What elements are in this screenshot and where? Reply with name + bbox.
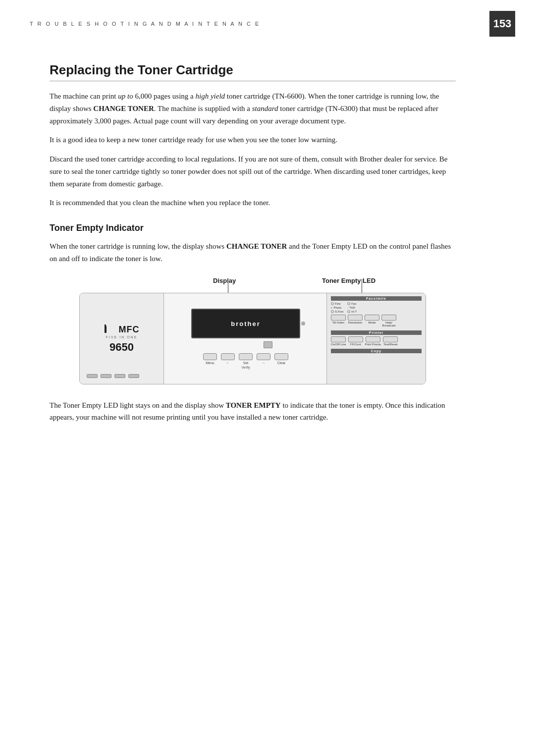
back-btn: [221, 353, 235, 360]
tad-label: TAD: [349, 306, 355, 309]
photo-plus: +: [331, 306, 333, 309]
fax-led: [347, 302, 350, 305]
sub-paragraph-1: When the toner cartridge is running low,…: [50, 240, 456, 265]
sfine-label: S.Fine: [335, 310, 343, 313]
print-priority-btn: [366, 336, 380, 342]
italic-text-2: high yield: [196, 92, 225, 100]
help-ctrl: Help/Broadcast: [381, 315, 396, 327]
facsimile-title: Facsimile: [331, 296, 422, 301]
facsimile-section: Facsimile Fine + Photo: [331, 296, 422, 327]
tel-index-label: Tel-Index: [332, 321, 344, 324]
help-label: Help/Broadcast: [382, 321, 395, 327]
on-off-btn: [331, 336, 346, 342]
on-off-ctrl: On/Off Line: [331, 336, 346, 346]
menu-label: Menu: [206, 361, 214, 365]
menu-ctrl: Menu: [203, 353, 217, 365]
device-right-panel: Facsimile Fine + Photo: [326, 293, 426, 384]
figure-container: Display Toner Empty LED: [50, 277, 456, 384]
italic-text: up to: [118, 92, 133, 100]
test-reset-btn: [383, 336, 398, 342]
bold-toner-empty: TONER EMPTY: [226, 401, 281, 409]
mfc-icon: [104, 324, 118, 335]
model-number: 9650: [109, 341, 134, 354]
resolution-label: Resolution: [348, 321, 362, 324]
bold-change-toner: CHANGE TONER: [93, 105, 154, 112]
display-screen: brother: [191, 309, 300, 338]
verify-label: Verify: [241, 366, 250, 369]
printer-title: Printer: [331, 330, 422, 335]
svg-rect-2: [105, 324, 106, 326]
print-priority-ctrl: Print Priority: [365, 336, 381, 346]
page-number: 153: [489, 11, 515, 37]
mode-ctrl: Mode: [365, 315, 379, 327]
print-priority-label: Print Priority: [365, 343, 381, 346]
paragraph-1: The machine can print up to 6,000 pages …: [50, 90, 456, 127]
paragraph-4: It is recommended that you clean the mac…: [50, 197, 456, 209]
header-text: T R O U B L E S H O O T I N G A N D M A …: [30, 21, 260, 27]
mfc-text: MFC: [119, 324, 140, 335]
resolution-ctrl: Resolution: [348, 315, 363, 327]
fax-label: Fax: [351, 302, 356, 305]
bold-change: CHANGE TONER: [226, 242, 287, 250]
toner-arrow-line: [362, 279, 362, 293]
printer-buttons: On/Off Line FF/Cont Print Priority: [331, 336, 422, 346]
paragraph-3: Discard the used toner cartridge accordi…: [50, 153, 456, 190]
toner-empty-led: [301, 322, 305, 325]
copy-title: Copy: [331, 349, 422, 353]
after-figure-paragraph-1: The Toner Empty LED light stays on and t…: [50, 399, 456, 424]
five-in-one: FIVE IN ONE: [106, 335, 138, 339]
facsimile-buttons: Tel-Index Resolution Mode: [331, 315, 422, 327]
tel-index-btn: [331, 315, 346, 321]
control-buttons-row: Menu ← Set →: [203, 353, 288, 365]
clear-label: Clear: [277, 361, 286, 365]
help-btn: [381, 315, 396, 321]
fwd-label: →: [262, 361, 266, 365]
sfine-led: [331, 310, 334, 313]
brother-logo-text: brother: [231, 320, 261, 327]
set-btn: [239, 353, 253, 360]
sub-section-title: Toner Empty Indicator: [50, 223, 456, 233]
menu-btn: [203, 353, 217, 360]
slot-3: [114, 374, 125, 378]
test-reset-label: Test/Reset: [383, 343, 397, 346]
test-reset-ctrl: Test/Reset: [383, 336, 398, 346]
fine-label: Fine: [335, 302, 341, 305]
fwd-ctrl: →: [257, 353, 270, 365]
page: T R O U B L E S H O O T I N G A N D M A …: [0, 0, 535, 756]
set-ctrl: Set: [239, 353, 253, 365]
back-ctrl: ←: [221, 353, 235, 365]
printer-section: Printer On/Off Line FF/Cont: [331, 330, 422, 346]
back-label: ←: [226, 361, 230, 365]
ff-ctrl: FF/Cont: [348, 336, 363, 346]
italic-standard: standard: [252, 105, 278, 112]
tel-index-ctrl: Tel-Index: [331, 315, 346, 327]
section-title: Replacing the Toner Cartridge: [50, 62, 456, 78]
set-label: Set: [243, 361, 249, 365]
hit-label: Hi T: [351, 310, 357, 313]
clear-btn: [274, 353, 288, 360]
paragraph-2: It is a good idea to keep a new toner ca…: [50, 134, 456, 146]
resolution-btn: [348, 315, 363, 321]
slot-4: [128, 374, 139, 378]
svg-rect-0: [105, 326, 107, 333]
device-left-panel: MFC FIVE IN ONE 9650: [80, 293, 164, 384]
facsimile-indicators: Fine + Photo S.Fine: [331, 302, 422, 313]
slot-2: [101, 374, 111, 378]
title-divider: [50, 81, 456, 81]
tad-dash: -: [347, 306, 348, 309]
on-off-label: On/Off Line: [331, 343, 346, 346]
fine-led: [331, 302, 334, 305]
mode-label: Mode: [368, 321, 375, 324]
small-icon: [264, 341, 272, 348]
device-illustration: MFC FIVE IN ONE 9650: [79, 293, 426, 384]
ff-btn: [348, 336, 363, 342]
fwd-btn: [257, 353, 270, 360]
display-arrow-line: [228, 279, 228, 293]
device-middle-panel: brother Menu ←: [164, 293, 327, 384]
mode-btn: [365, 315, 379, 321]
photo-label: Photo: [334, 306, 342, 309]
main-content: Replacing the Toner Cartridge The machin…: [0, 48, 485, 450]
slot-1: [87, 374, 98, 378]
hit-led: [347, 310, 350, 313]
ff-label: FF/Cont: [350, 343, 361, 346]
